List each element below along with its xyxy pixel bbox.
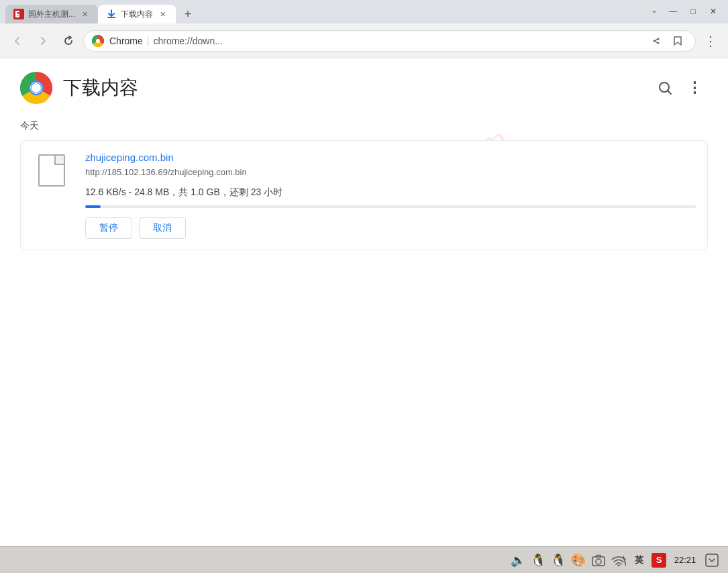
progress-bar [85, 205, 696, 208]
svg-point-19 [596, 559, 601, 564]
header-actions: ⋮ [652, 74, 708, 101]
svg-rect-2 [17, 12, 19, 13]
tab1-favicon [13, 9, 24, 19]
close-button[interactable]: ✕ [704, 4, 723, 19]
volume-icon[interactable]: 🔈 [511, 553, 525, 568]
back-button[interactable] [7, 30, 28, 52]
svg-point-20 [618, 564, 620, 566]
svg-rect-3 [17, 13, 19, 14]
page-header: 下载内容 ⋮ [20, 58, 708, 115]
download-card: zhujiceping.com.bin http://185.102.136.6… [20, 140, 708, 250]
chrome-logo-icon [20, 72, 52, 104]
reload-button[interactable] [58, 30, 79, 52]
download-filename[interactable]: zhujiceping.com.bin [85, 152, 696, 163]
address-text: Chrome | chrome://down... [109, 36, 641, 46]
chrome-favicon [92, 35, 104, 47]
lang-icon[interactable]: 英 [631, 553, 646, 568]
address-url: chrome://down... [153, 36, 223, 46]
camera-icon[interactable] [591, 553, 606, 568]
tab-overflow-button[interactable]: ⌄ [646, 2, 662, 18]
bookmark-button[interactable] [668, 32, 687, 50]
nav-bar: Chrome | chrome://down... ⋮ [0, 23, 728, 58]
address-separator: | [147, 36, 150, 46]
tab2-label: 下载内容 [121, 9, 153, 20]
color-icon[interactable]: 🎨 [571, 553, 586, 568]
search-button[interactable] [652, 74, 678, 101]
pause-button[interactable]: 暂停 [85, 217, 132, 239]
notification-icon[interactable] [704, 552, 720, 568]
svg-rect-22 [706, 554, 718, 566]
svg-line-21 [623, 556, 626, 566]
tab2-close[interactable]: ✕ [157, 9, 168, 19]
qq2-icon[interactable]: 🐧 [551, 553, 566, 568]
download-info: zhujiceping.com.bin http://185.102.136.6… [85, 152, 696, 239]
forward-button[interactable] [32, 30, 54, 52]
tab1-label: 国外主机测... [28, 9, 75, 20]
page-title: 下载内容 [63, 75, 138, 101]
taskbar-time: 22:21 [672, 555, 698, 565]
qq1-icon[interactable]: 🐧 [531, 553, 545, 568]
svg-point-10 [658, 42, 660, 44]
svg-rect-4 [17, 15, 19, 15]
new-tab-button[interactable]: + [178, 5, 197, 23]
svg-point-16 [32, 83, 41, 93]
section-today-label: 今天 [20, 115, 708, 132]
tab-1[interactable]: 国外主机测... ✕ [5, 5, 98, 23]
tab2-favicon [106, 9, 117, 19]
tab-2[interactable]: 下载内容 ✕ [98, 5, 176, 23]
browser-more-button[interactable]: ⋮ [700, 30, 721, 52]
download-actions: 暂停 取消 [85, 217, 696, 239]
tab-strip: 国外主机测... ✕ 下载内容 ✕ + [5, 0, 646, 23]
download-url: http://185.102.136.69/zhujiceping.com.bi… [85, 167, 696, 177]
title-bar: 国外主机测... ✕ 下载内容 ✕ + ⌄ — □ ✕ [0, 0, 728, 23]
tab1-close[interactable]: ✕ [79, 9, 90, 19]
restore-button[interactable]: □ [684, 4, 703, 19]
taskbar: 🔈 🐧 🐧 🎨 英 S 22:21 [0, 546, 728, 573]
cancel-button[interactable]: 取消 [139, 217, 186, 239]
svg-point-9 [658, 38, 660, 40]
file-icon-area [32, 152, 72, 239]
address-bar[interactable]: Chrome | chrome://down... [83, 30, 696, 52]
sogou-icon[interactable]: S [652, 553, 666, 568]
svg-point-11 [654, 40, 656, 42]
page-title-area: 下载内容 [20, 72, 138, 104]
page-content: zhujiceping.com 下载内容 [0, 58, 728, 546]
file-icon [38, 154, 65, 187]
svg-point-8 [96, 39, 100, 43]
share-button[interactable] [647, 32, 666, 50]
minimize-button[interactable]: — [664, 4, 682, 19]
wifi-icon[interactable] [611, 553, 626, 568]
address-actions [647, 32, 687, 50]
page-more-button[interactable]: ⋮ [681, 74, 708, 101]
chrome-label: Chrome [109, 36, 143, 46]
progress-bar-fill [85, 205, 101, 208]
download-speed: 12.6 KB/s - 24.8 MB，共 1.0 GB，还剩 23 小时 [85, 187, 696, 199]
